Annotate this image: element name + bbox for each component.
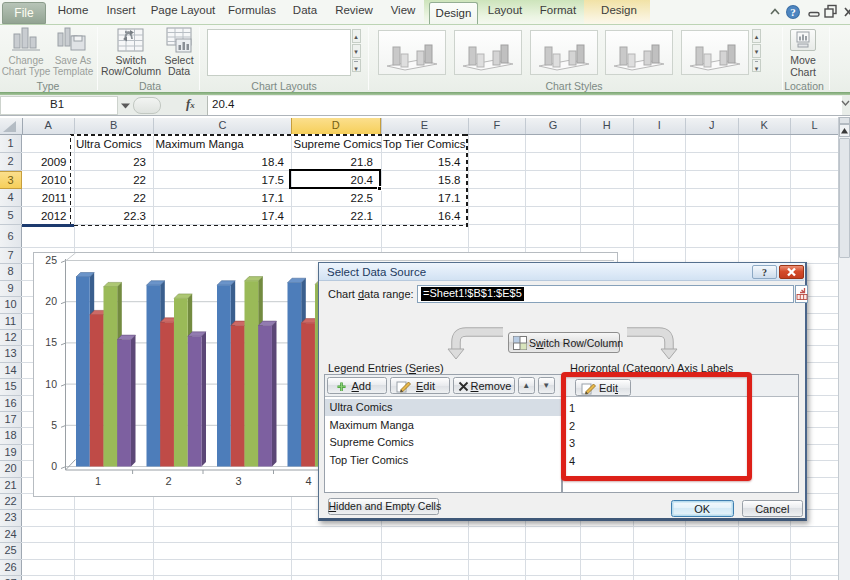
svg-text:4: 4: [305, 475, 311, 487]
svg-text:10: 10: [45, 378, 57, 390]
svg-text:25: 25: [45, 254, 57, 266]
svg-text:20: 20: [45, 295, 57, 307]
svg-text:1: 1: [95, 475, 101, 487]
svg-text:2: 2: [165, 475, 171, 487]
svg-text:5: 5: [51, 419, 57, 431]
svg-text:?: ?: [790, 6, 796, 18]
svg-text:3: 3: [235, 475, 241, 487]
svg-text:15: 15: [45, 336, 57, 348]
svg-text:0: 0: [51, 460, 57, 472]
